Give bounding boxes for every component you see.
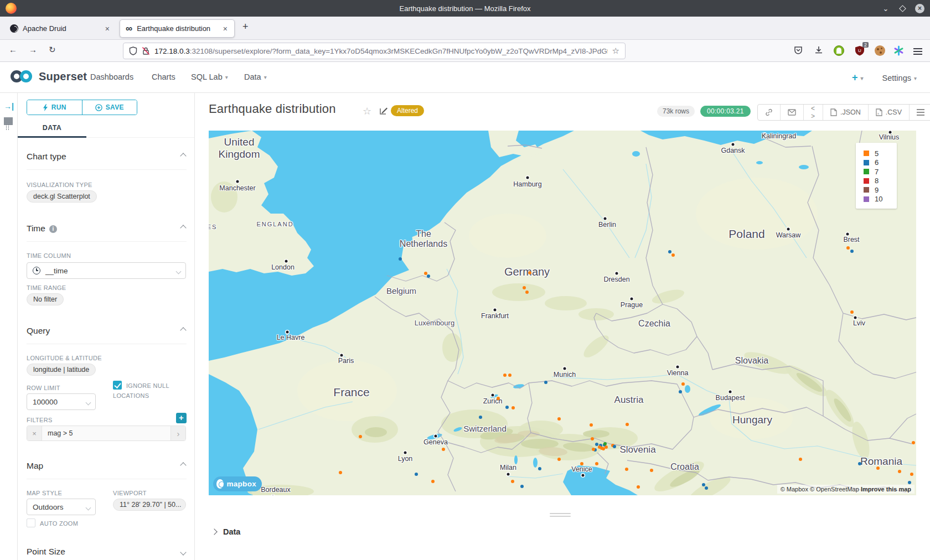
scatter-point[interactable] [898, 470, 901, 473]
scatter-point[interactable] [415, 473, 418, 476]
export-json-button[interactable]: .JSON [823, 105, 869, 120]
navbar-settings-menu[interactable]: Settings▾ [882, 74, 917, 82]
scatter-point[interactable] [705, 486, 708, 490]
url-bar[interactable]: 172.18.0.3:32108/superset/explore/?form_… [123, 43, 626, 59]
scatter-point[interactable] [846, 246, 850, 250]
filter-item[interactable]: × mag > 5 › [27, 426, 186, 441]
firefox-menu-icon[interactable] [913, 46, 922, 56]
row-limit-select[interactable]: 100000 [27, 393, 96, 410]
add-filter-button[interactable]: + [176, 413, 187, 423]
nav-item-dashboards[interactable]: Dashboards [90, 72, 133, 81]
time-range-value[interactable]: No filter [27, 293, 64, 305]
download-icon[interactable] [814, 45, 824, 55]
scatter-point[interactable] [595, 462, 598, 465]
scatter-point[interactable] [503, 374, 507, 377]
scatter-point[interactable] [557, 458, 561, 461]
remove-filter-icon[interactable]: × [27, 426, 42, 440]
scatter-point[interactable] [679, 390, 682, 393]
nav-item-sql-lab[interactable]: SQL Lab▾ [191, 72, 228, 81]
export-csv-button[interactable]: x .CSV [869, 105, 910, 120]
scatter-point[interactable] [544, 381, 547, 384]
scatter-point[interactable] [910, 473, 913, 476]
scatter-point[interactable] [858, 462, 861, 465]
auto-zoom-checkbox[interactable] [27, 518, 35, 527]
section-point-size[interactable]: Point Size [27, 547, 187, 557]
browser-tab-apache-druid[interactable]: Apache Druid × [4, 19, 116, 38]
scatter-point[interactable] [399, 257, 402, 261]
viz-type-value[interactable]: deck.gl Scatterplot [27, 190, 97, 203]
data-section-toggle[interactable]: Data [212, 527, 240, 536]
reload-icon[interactable]: ↻ [49, 45, 56, 55]
window-maximize-icon[interactable] [899, 5, 906, 12]
resize-handle[interactable] [550, 513, 571, 518]
superset-logo[interactable]: Superset [9, 69, 87, 84]
filter-expression[interactable]: mag > 5 [42, 426, 170, 440]
navbar-add-button[interactable]: +▾ [852, 72, 864, 84]
section-query[interactable]: Query [27, 326, 187, 336]
new-tab-button[interactable]: + [242, 21, 249, 33]
scatter-point[interactable] [557, 417, 561, 421]
ignore-null-checkbox[interactable] [113, 381, 122, 390]
scatter-point[interactable] [431, 480, 435, 483]
browser-tab-earthquake-distribution[interactable]: ∞ Earthquake distribution × [120, 19, 235, 38]
scatter-point[interactable] [671, 253, 675, 257]
nav-item-charts[interactable]: Charts [152, 72, 175, 81]
scatter-point[interactable] [613, 445, 616, 448]
lonlat-value[interactable]: longitude | latitude [27, 364, 96, 376]
embed-code-button[interactable]: < > [804, 105, 823, 120]
nav-item-data[interactable]: Data▾ [244, 72, 267, 81]
mapbox-logo[interactable]: mapbox [213, 476, 262, 491]
scatter-point[interactable] [591, 437, 594, 440]
chart-title[interactable]: Earthquake distribution [209, 102, 336, 116]
scatter-point[interactable] [508, 374, 512, 377]
cookie-extension-icon[interactable] [875, 45, 885, 56]
scatter-point[interactable] [427, 274, 430, 278]
tab-close-icon[interactable]: × [222, 24, 229, 33]
osm-attribution-link[interactable]: © OpenStreetMap [810, 486, 859, 492]
bookmark-star-icon[interactable]: ☆ [612, 46, 619, 56]
time-column-select[interactable]: __time [27, 262, 186, 279]
scatter-point[interactable] [538, 467, 541, 470]
insecure-lock-icon[interactable] [142, 46, 150, 55]
scatter-point[interactable] [442, 448, 445, 451]
scatter-point[interactable] [650, 469, 653, 472]
scatter-point[interactable] [702, 483, 705, 486]
viewport-value[interactable]: 11° 28' 29.70" | 50... [113, 499, 186, 511]
email-button[interactable] [781, 105, 804, 120]
pocket-icon[interactable] [793, 45, 803, 55]
scatter-point[interactable] [511, 480, 514, 483]
save-button[interactable]: SAVE [82, 100, 137, 115]
scatter-point[interactable] [637, 485, 640, 489]
ublock-extension-icon[interactable]: U 2 [855, 45, 865, 56]
share-link-button[interactable] [758, 105, 781, 120]
chart-menu-button[interactable] [910, 105, 930, 120]
scatter-point[interactable] [604, 445, 608, 449]
scatter-point[interactable] [850, 250, 854, 253]
scatter-point[interactable] [876, 466, 880, 470]
section-time[interactable]: Timei [27, 224, 187, 234]
section-map[interactable]: Map [27, 461, 187, 471]
scatter-point[interactable] [528, 271, 531, 274]
scatter-point[interactable] [626, 423, 629, 426]
scatter-point[interactable] [339, 471, 342, 474]
scatter-point[interactable] [525, 291, 529, 294]
run-button[interactable]: RUN [27, 100, 82, 115]
forward-icon[interactable]: → [29, 45, 37, 54]
scatter-point[interactable] [799, 458, 802, 461]
scatter-point[interactable] [850, 310, 854, 314]
scatter-point[interactable] [668, 250, 671, 253]
section-chart-type[interactable]: Chart type [27, 152, 187, 162]
mapbox-attribution-link[interactable]: © Mapbox [781, 486, 808, 492]
scatter-point[interactable] [908, 481, 911, 484]
scatter-point[interactable] [512, 406, 515, 409]
back-icon[interactable]: ← [9, 45, 17, 54]
tracking-shield-icon[interactable] [129, 46, 137, 55]
scatter-point[interactable] [497, 397, 500, 400]
scatter-point[interactable] [912, 441, 915, 444]
scatter-point[interactable] [520, 485, 524, 488]
scatter-point[interactable] [580, 462, 583, 465]
scatter-point[interactable] [625, 468, 628, 471]
window-close-icon[interactable]: × [915, 4, 924, 13]
scatter-point[interactable] [505, 406, 509, 409]
scatter-point[interactable] [479, 416, 482, 419]
